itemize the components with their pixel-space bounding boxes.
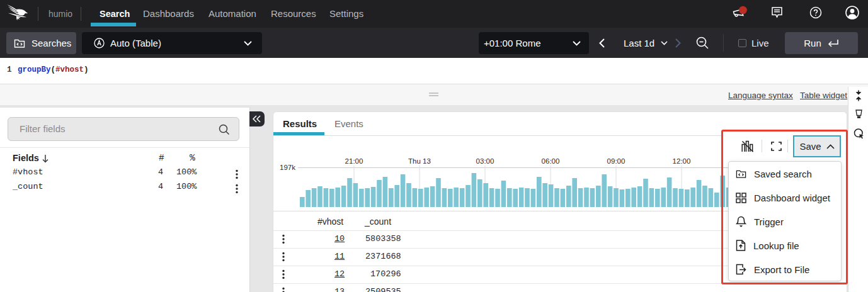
svg-text:197k: 197k: [280, 164, 295, 171]
svg-text:03:00: 03:00: [476, 157, 494, 165]
svg-text:09:00: 09:00: [607, 157, 625, 165]
svg-text:Thu 13: Thu 13: [408, 157, 431, 165]
svg-text:21:00: 21:00: [345, 157, 363, 165]
svg-text:06:00: 06:00: [542, 157, 560, 165]
svg-text:12:00: 12:00: [673, 157, 691, 165]
